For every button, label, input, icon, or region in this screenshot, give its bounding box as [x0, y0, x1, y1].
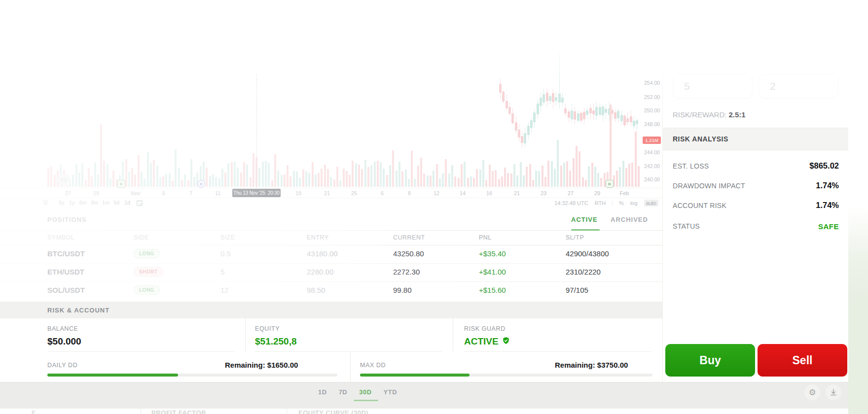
tradingview-logo-icon: TV [57, 173, 71, 187]
position-current: 99.80 [393, 286, 412, 294]
est-loss-row: EST. LOSS $865.02 [663, 158, 849, 175]
drawdown-impact-value: 1.74% [816, 181, 839, 190]
auto-scale-toggle[interactable]: auto [644, 200, 658, 207]
position-sltp: 97/105 [566, 286, 588, 294]
time-tick: 16 [486, 190, 492, 196]
buy-button[interactable]: Buy [665, 344, 755, 377]
stats-strip: F PROFIT FACTOR EQUITY CURVE (30D) [0, 408, 848, 414]
col-pnl: PNL [479, 234, 492, 241]
col-size: SIZE [220, 234, 235, 241]
time-tick: 14 [460, 190, 466, 196]
time-tick: 7 [189, 190, 192, 196]
percent-scale-toggle[interactable]: % [619, 200, 624, 206]
positions-title: POSITIONS [47, 216, 87, 223]
risk-reward-row: RISK/REWARD:2.5:1 [673, 110, 746, 119]
table-row[interactable]: ETH/USDT SHORT 5 2280.00 2272.30 +$41.00… [0, 263, 662, 282]
col-side: SIDE [134, 234, 149, 241]
volume-value-badge: 1.21M [643, 137, 661, 144]
tab-archived[interactable]: ARCHIVED [611, 216, 648, 223]
divider [287, 409, 287, 414]
settings-gear-icon[interactable]: ⚙ [804, 384, 820, 400]
session-toggle[interactable]: RTH [595, 200, 606, 206]
position-symbol: BTC/USDT [47, 249, 85, 258]
range-3m-button[interactable]: 3m [91, 200, 98, 206]
time-tick: 19 [295, 190, 301, 196]
dividend-marker[interactable]: D [197, 180, 205, 188]
col-sltp: SL/TP [566, 234, 584, 241]
position-symbol: SOL/USDT [47, 286, 85, 294]
range-5y-button[interactable]: 5y [59, 200, 65, 206]
positions-section: POSITIONS ACTIVE ARCHIVED SYMBOL SIDE SI… [0, 208, 662, 300]
range-5d-button[interactable]: 5d [113, 200, 119, 206]
est-loss-label: EST. LOSS [673, 162, 709, 170]
balance-value: $50.000 [47, 336, 235, 347]
range-1m-button[interactable]: 1m [102, 200, 109, 206]
position-size: 0.5 [220, 249, 231, 258]
time-axis[interactable]: 27 29 Nov 5 7 11 19 21 25 6 8 12 14 16 2… [0, 188, 662, 198]
log-scale-toggle[interactable]: log [630, 200, 638, 206]
price-tick: 250.00 [644, 107, 660, 113]
risk-reward-value: 2.5:1 [728, 110, 745, 119]
expand-chevrons-icon[interactable] [42, 199, 49, 207]
status-row: STATUS SAFE [663, 218, 849, 236]
status-badge: SAFE [818, 222, 839, 231]
range-1d-button[interactable]: 1d [124, 200, 130, 206]
equity-card: EQUITY $51.250,8 [255, 318, 442, 352]
divider [453, 318, 453, 351]
risk-analysis-header: RISK ANALYSIS [663, 128, 849, 150]
account-risk-value: 1.74% [816, 201, 839, 210]
risk-account-header: RISK & ACCOUNT [0, 302, 662, 318]
time-tick: 23 [541, 190, 546, 196]
clock-label[interactable]: 14:32:48 UTC [554, 200, 588, 206]
position-current: 2272.30 [393, 268, 420, 276]
stop-loss-input[interactable]: 5 [673, 74, 753, 99]
period-30d[interactable]: 30D [359, 388, 371, 396]
axis-settings-group: 14:32:48 UTC RTH % log auto [554, 200, 658, 207]
position-sltp: 42900/43800 [566, 249, 609, 258]
chart-plot[interactable]: TV 254.00 252.00 250.00 248.00 244.00 24… [0, 0, 662, 188]
price-tick: 244.00 [644, 149, 660, 155]
side-badge: LONG [134, 285, 160, 295]
col-symbol: SYMBOL [47, 234, 74, 241]
status-label: STATUS [673, 222, 700, 230]
time-tick: 5 [162, 190, 165, 196]
account-risk-row: ACCOUNT RISK 1.74% [663, 197, 849, 215]
period-1d[interactable]: 1D [318, 388, 327, 396]
earnings-marker[interactable]: E [117, 180, 125, 188]
table-header-row: SYMBOL SIDE SIZE ENTRY CURRENT PNL SL/TP [0, 230, 662, 245]
risk-analysis-title: RISK ANALYSIS [673, 135, 728, 143]
position-pnl: +$15.60 [479, 286, 506, 294]
daily-dd-label: DAILY DD [47, 362, 77, 369]
event-marker[interactable]: B [606, 180, 614, 188]
positions-header: POSITIONS ACTIVE ARCHIVED [0, 208, 662, 231]
period-7d[interactable]: 7D [339, 388, 348, 396]
crosshair-line [256, 74, 257, 188]
table-row[interactable]: SOL/USDT LONG 12 98.50 99.80 +$15.60 97/… [0, 281, 662, 300]
time-tick: 21 [324, 190, 330, 196]
risk-account-section: RISK & ACCOUNT BALANCE $50.000 EQUITY $5… [0, 300, 662, 382]
balance-label: BALANCE [47, 325, 235, 332]
take-profit-input[interactable]: 2 [759, 74, 838, 99]
time-tick: 12 [434, 190, 439, 196]
risk-guard-status: ACTIVE [464, 336, 651, 347]
balance-card: BALANCE $50.000 [47, 318, 235, 352]
go-to-date-calendar-icon[interactable] [136, 200, 143, 207]
range-6m-button[interactable]: 6m [79, 200, 87, 206]
range-1y-button[interactable]: 1y [69, 200, 75, 206]
period-active-underline [354, 400, 378, 401]
tab-active[interactable]: ACTIVE [571, 216, 598, 223]
col-entry: ENTRY [307, 234, 329, 241]
download-icon[interactable] [826, 384, 841, 400]
price-tick: 242.00 [644, 163, 660, 169]
profit-factor-label: PROFIT FACTOR [151, 410, 206, 414]
position-entry: 2280.00 [307, 268, 333, 276]
table-row[interactable]: BTC/USDT LONG 0.5 43180.00 43250.80 +$35… [0, 245, 662, 264]
side-badge: LONG [134, 248, 160, 258]
period-selector-band: 1D 7D 30D YTD ⚙ [0, 382, 848, 409]
period-ytd[interactable]: YTD [384, 388, 398, 396]
price-tick: 254.00 [644, 80, 660, 86]
sell-button[interactable]: Sell [758, 344, 847, 377]
chart-toolbar: 5y 1y 6m 3m 1m 5d 1d 14:32:48 UTC RTH % … [0, 198, 662, 208]
risk-account-title: RISK & ACCOUNT [47, 307, 109, 314]
position-entry: 98.50 [307, 286, 326, 294]
